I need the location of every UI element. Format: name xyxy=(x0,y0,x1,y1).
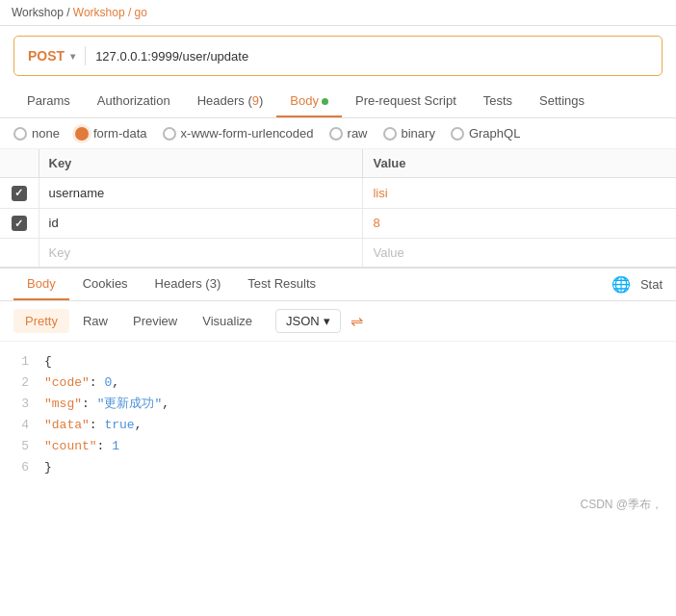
radio-circle-none xyxy=(13,127,27,141)
tab-tests[interactable]: Tests xyxy=(470,86,526,117)
url-divider xyxy=(85,46,86,65)
code-line-1: 1 { xyxy=(13,351,663,372)
radio-graphql[interactable]: GraphQL xyxy=(451,126,520,141)
row1-key[interactable]: username xyxy=(39,178,363,209)
row1-checkbox-cell[interactable]: ✓ xyxy=(0,178,39,209)
fmt-raw[interactable]: Raw xyxy=(71,309,119,333)
footer-note: CSDN @季布， xyxy=(0,489,676,521)
table-row-empty: Key Value xyxy=(0,239,676,268)
globe-icon: 🌐 xyxy=(611,275,631,294)
col-value: Value xyxy=(363,149,676,178)
code-line-4: 4 "data": true, xyxy=(13,415,663,436)
row2-checkbox-cell[interactable]: ✓ xyxy=(0,208,39,239)
url-input[interactable] xyxy=(95,49,648,64)
response-tabs-row: Body Cookies Headers (3) Test Results 🌐 … xyxy=(0,269,676,301)
body-dot xyxy=(322,98,328,105)
fmt-visualize[interactable]: Visualize xyxy=(191,309,264,333)
row3-value[interactable]: Value xyxy=(363,239,676,268)
request-tabs: Params Authorization Headers (9) Body Pr… xyxy=(0,86,676,118)
radio-raw[interactable]: raw xyxy=(329,126,368,141)
code-block: 1 { 2 "code": 0, 3 "msg": "更新成功", 4 "dat… xyxy=(0,342,676,489)
stat-label: Stat xyxy=(640,277,663,292)
radio-form-data[interactable]: form-data xyxy=(75,126,147,141)
response-stat-area: 🌐 Stat xyxy=(611,275,663,294)
kv-table: Key Value ✓ username lisi ✓ id 8 xyxy=(0,149,676,267)
radio-circle-form-data xyxy=(75,127,89,141)
fmt-pretty[interactable]: Pretty xyxy=(13,309,69,333)
fmt-preview[interactable]: Preview xyxy=(121,309,189,333)
row3-key[interactable]: Key xyxy=(39,239,363,268)
radio-circle-urlencoded xyxy=(163,127,176,141)
code-line-2: 2 "code": 0, xyxy=(13,372,663,394)
row2-key[interactable]: id xyxy=(39,208,363,239)
response-section: Body Cookies Headers (3) Test Results 🌐 … xyxy=(0,267,676,489)
rtab-test-results[interactable]: Test Results xyxy=(234,269,329,300)
rtab-headers[interactable]: Headers (3) xyxy=(142,269,235,300)
filter-icon[interactable]: ⇌ xyxy=(351,312,363,330)
rtab-cookies[interactable]: Cookies xyxy=(69,269,142,300)
format-bar: Pretty Raw Preview Visualize JSON ▾ ⇌ xyxy=(0,301,676,342)
tab-body[interactable]: Body xyxy=(276,86,342,117)
checkbox-row2[interactable]: ✓ xyxy=(12,216,27,231)
table-row: ✓ id 8 xyxy=(0,208,676,239)
tab-pre-request[interactable]: Pre-request Script xyxy=(342,86,470,117)
radio-circle-binary xyxy=(383,127,397,141)
checkbox-row1[interactable]: ✓ xyxy=(12,186,27,201)
radio-circle-raw xyxy=(329,127,343,141)
method-selector[interactable]: POST ▾ xyxy=(28,48,75,64)
url-bar: POST ▾ xyxy=(13,36,663,76)
body-type-row: none form-data x-www-form-urlencoded raw… xyxy=(0,118,676,149)
col-checkbox xyxy=(0,149,39,178)
tab-settings[interactable]: Settings xyxy=(526,86,598,117)
row2-value[interactable]: 8 xyxy=(363,208,676,239)
radio-none[interactable]: none xyxy=(13,126,60,141)
row1-value[interactable]: lisi xyxy=(363,178,676,209)
tab-headers[interactable]: Headers (9) xyxy=(184,86,277,117)
rtab-body[interactable]: Body xyxy=(13,269,69,300)
breadcrumb: Workshop / Workshop / go xyxy=(12,6,147,19)
tab-authorization[interactable]: Authorization xyxy=(84,86,184,117)
breadcrumb-bar: Workshop / Workshop / go xyxy=(0,0,676,26)
code-line-3: 3 "msg": "更新成功", xyxy=(13,394,663,415)
row3-checkbox-cell xyxy=(0,239,39,268)
code-line-6: 6 } xyxy=(13,457,663,478)
table-row: ✓ username lisi xyxy=(0,178,676,209)
chevron-down-icon: ▾ xyxy=(324,314,330,328)
tab-params[interactable]: Params xyxy=(13,86,84,117)
chevron-down-icon: ▾ xyxy=(70,51,75,62)
col-key: Key xyxy=(39,149,363,178)
radio-circle-graphql xyxy=(451,127,464,141)
method-label: POST xyxy=(28,48,65,64)
code-line-5: 5 "count": 1 xyxy=(13,436,663,457)
json-format-select[interactable]: JSON ▾ xyxy=(275,309,341,333)
radio-urlencoded[interactable]: x-www-form-urlencoded xyxy=(163,126,314,141)
radio-binary[interactable]: binary xyxy=(383,126,435,141)
